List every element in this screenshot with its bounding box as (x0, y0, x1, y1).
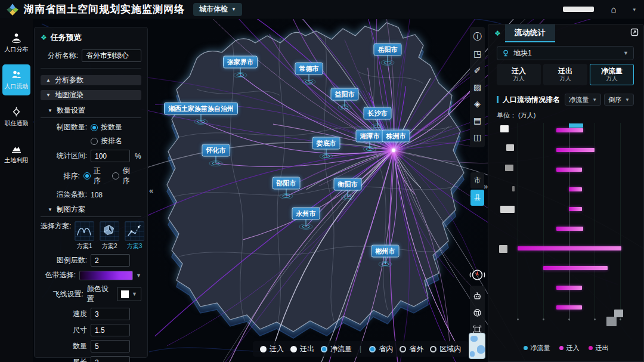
chart-bar-迁入[interactable] (556, 286, 582, 290)
scheme-option-label: 方案1 (77, 242, 92, 250)
legend-layers-input[interactable] (91, 254, 130, 267)
legend-item-迁出[interactable]: 迁出 (589, 344, 609, 352)
crop-select-icon[interactable]: ◳ (470, 45, 485, 62)
legend-list-icon[interactable]: ▤ (470, 112, 485, 129)
chart-bar-迁入[interactable] (569, 187, 582, 191)
robot-icon[interactable] (470, 287, 485, 304)
legend-item-迁入[interactable]: 迁入 (559, 344, 580, 352)
minimap-thumbnail[interactable] (469, 333, 485, 359)
flyline-size-input[interactable] (91, 324, 130, 336)
task-preview-panel: ❖ 任务预览 分析名称: ▲ 分析参数 ▼ 地图渲染 ▼ 数量设置 制图数量: … (34, 27, 148, 358)
label-tag-icon[interactable]: ◈ (470, 95, 485, 112)
level-city-button[interactable]: 市 (470, 172, 484, 188)
flow-option-迁出[interactable]: 迁出 (290, 344, 314, 354)
stat-tab-净流量[interactable]: 净流量万人 (590, 64, 634, 85)
legend-item-净流量[interactable]: 净流量 (524, 344, 550, 352)
city-label-长沙市[interactable]: 长沙市 (364, 107, 392, 120)
stat-tab-迁入[interactable]: 迁入万人 (497, 64, 541, 85)
flyline-color-select[interactable]: ▼ (117, 287, 141, 301)
sidebar-item-3[interactable]: 职住通勤 (2, 101, 30, 132)
module-selector[interactable]: 城市体检 ▼ (193, 3, 242, 16)
page-title: 湖南省国土空间规划实施监测网络 (24, 2, 185, 16)
stat-range-input[interactable] (91, 150, 130, 162)
radio-by-rank[interactable]: 按排名 (91, 136, 122, 146)
city-label-株洲市[interactable]: 株洲市 (382, 130, 410, 143)
analysis-name-input[interactable] (82, 49, 141, 62)
city-label-娄底市[interactable]: 娄底市 (312, 137, 340, 150)
locate-target-icon[interactable] (470, 304, 485, 321)
section-label: 分析参数 (55, 75, 83, 85)
region-option-区域内[interactable]: 区域内 (430, 344, 461, 354)
subsection-plot-scheme[interactable]: ▼ 制图方案 (48, 205, 141, 215)
flyline-speed-input[interactable] (91, 308, 130, 320)
scheme-option-label: 方案3 (127, 242, 143, 250)
stat-tab-迁出[interactable]: 迁出万人 (543, 64, 587, 85)
scheme-option-1[interactable]: 方案1 (75, 221, 94, 250)
stat-tab-label: 净流量 (601, 67, 623, 75)
chart-bar-迁入[interactable] (543, 266, 608, 270)
sidebar-item-2[interactable]: 人口流动 (2, 64, 30, 95)
flow-option-净流量[interactable]: 净流量 (321, 344, 352, 354)
city-label-岳阳市[interactable]: 岳阳市 (374, 44, 402, 56)
home-icon[interactable]: ⌂ (611, 5, 616, 14)
section-map-render[interactable]: ▼ 地图渲染 (41, 90, 141, 100)
accent-bar (497, 96, 499, 103)
chart-bar-迁入[interactable] (556, 148, 595, 152)
city-label-郴州市[interactable]: 郴州市 (371, 245, 400, 258)
sidebar-item-1[interactable]: 人口分布 (2, 27, 30, 58)
chevron-up-icon: ▲ (46, 78, 51, 83)
city-label-永州市[interactable]: 永州市 (292, 208, 320, 220)
sidebar-item-4[interactable]: 土地利用 (2, 138, 30, 169)
flyline-count-input[interactable] (91, 340, 130, 352)
measure-ruler-icon[interactable]: ✐ (470, 62, 485, 79)
header-caret-icon[interactable]: ▾ (633, 7, 636, 13)
city-label-湘西土家族苗族自治州[interactable]: 湘西土家族苗族自治州 (164, 103, 238, 115)
task-panel-title: ❖ 任务预览 (41, 32, 141, 43)
chart-bar-迁入[interactable] (556, 168, 582, 172)
city-label-怀化市[interactable]: 怀化市 (202, 144, 230, 157)
colorband-select[interactable] (79, 271, 133, 280)
city-label-邵阳市[interactable]: 邵阳市 (273, 177, 301, 190)
chart-bar-迁入[interactable] (569, 207, 582, 211)
scheme-option-3[interactable]: 方案3 (125, 221, 144, 250)
size-label: 尺寸 (41, 325, 87, 335)
compass-icon[interactable] (469, 267, 485, 283)
info-icon[interactable]: ⓘ (470, 29, 485, 45)
radio-by-count[interactable]: 按数量 (91, 122, 122, 132)
city-label-常德市[interactable]: 常德市 (295, 63, 323, 75)
stat-tab-unit: 万人 (559, 75, 571, 82)
chart-bar-迁入[interactable] (556, 227, 583, 231)
tab-flow-stats[interactable]: 流动统计 (505, 24, 555, 42)
subsection-label: 制图方案 (57, 205, 85, 215)
report-doc-icon[interactable]: ◫ (470, 129, 485, 146)
flow-option-label: 净流量 (330, 344, 352, 354)
panel-export-icon[interactable] (630, 28, 639, 39)
metric-select[interactable]: 净流量 ▼ (565, 94, 601, 106)
city-label-湘潭市[interactable]: 湘潭市 (356, 130, 384, 143)
scheme-option-2[interactable]: 方案2 (100, 221, 119, 250)
flow-option-迁入[interactable]: 迁入 (260, 344, 284, 354)
radio-sort-asc[interactable]: 正序 (83, 166, 104, 186)
region-option-省外[interactable]: 省外 (400, 344, 423, 354)
section-analysis-params[interactable]: ▲ 分析参数 (41, 75, 141, 85)
area-hatch-icon[interactable]: ▨ (470, 79, 485, 95)
flow-option-label: 迁入 (270, 344, 284, 354)
chart-bar-迁入[interactable] (556, 128, 583, 132)
radio-sort-desc[interactable]: 倒序 (112, 166, 133, 186)
flyline-tail-input[interactable] (91, 356, 130, 362)
region-option-省内[interactable]: 省内 (369, 344, 393, 354)
city-label-张家界市[interactable]: 张家界市 (223, 56, 258, 69)
flow-ranking-chart[interactable] (512, 123, 634, 321)
order-select[interactable]: 倒序 ▼ (604, 94, 634, 106)
city-label-衡阳市[interactable]: 衡阳市 (334, 178, 362, 191)
chart-bar-迁入[interactable] (556, 305, 582, 310)
subsection-quantity[interactable]: ▼ 数量设置 (48, 106, 141, 116)
map-level-toggle: 市 县 (470, 172, 484, 206)
area-select[interactable]: 地块1 ▼ (497, 46, 634, 60)
chart-bar-净流量[interactable] (569, 123, 583, 128)
collapse-left-icon[interactable]: « (149, 186, 153, 195)
chart-bar-迁入[interactable] (518, 246, 621, 250)
level-county-button[interactable]: 县 (470, 190, 484, 206)
city-label-益阳市[interactable]: 益阳市 (331, 88, 359, 101)
axis-tick (517, 318, 519, 320)
